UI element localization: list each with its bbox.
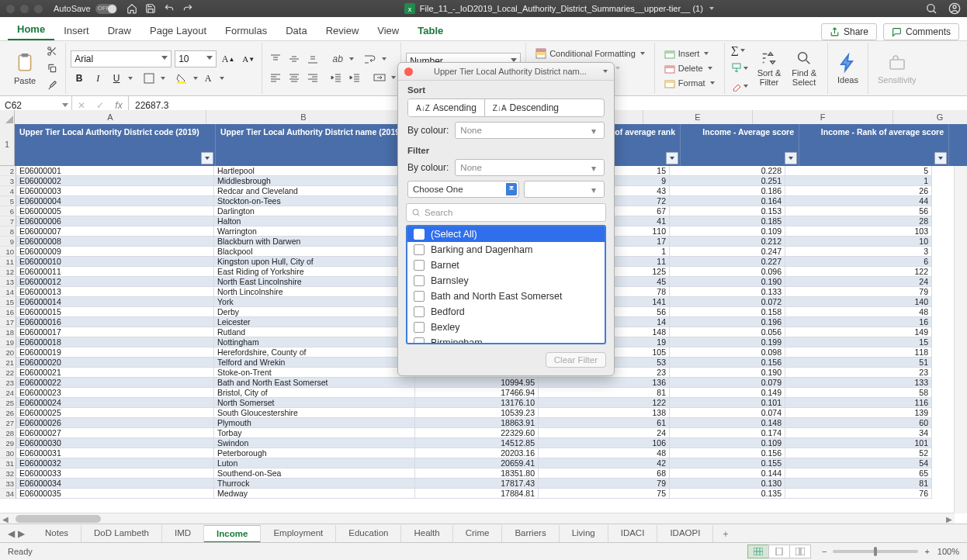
cell[interactable]: 79 (785, 287, 932, 297)
sort-ascending-button[interactable]: A↓ZAscending (408, 99, 484, 116)
cell[interactable]: Stoke-on-Trent (214, 368, 415, 378)
cell[interactable]: E06000019 (16, 347, 214, 358)
cell[interactable]: E06000033 (16, 468, 214, 479)
cut-button[interactable] (43, 43, 61, 59)
row-header[interactable]: 18 (0, 327, 16, 337)
format-painter-button[interactable] (43, 78, 61, 93)
cell[interactable]: 118 (785, 347, 932, 358)
cell[interactable]: Rutland (214, 327, 415, 337)
row-header[interactable]: 10 (0, 247, 16, 257)
row-header[interactable]: 1 (0, 124, 15, 166)
cell[interactable]: 68 (539, 468, 670, 479)
table-row[interactable]: 26E06000025South Gloucestershire10539.23… (0, 408, 967, 418)
cell[interactable]: 24 (539, 428, 670, 438)
merge-button[interactable] (371, 70, 388, 85)
row-header[interactable]: 34 (0, 489, 16, 499)
row-header[interactable]: 8 (0, 226, 16, 237)
row-header[interactable]: 28 (0, 428, 16, 438)
table-header[interactable]: Income - Rank of average score (799, 124, 949, 166)
font-name-combo[interactable]: Arial (71, 50, 172, 67)
cell[interactable]: North East Lincolnshire (214, 277, 415, 287)
checkbox-icon[interactable] (414, 322, 425, 333)
row-header[interactable]: 6 (0, 206, 16, 216)
select-all-corner[interactable] (0, 110, 15, 124)
cell[interactable]: 0.155 (670, 458, 785, 468)
row-header[interactable]: 26 (0, 408, 16, 418)
cell[interactable]: Bath and North East Somerset (214, 378, 415, 388)
cell[interactable]: 0.109 (670, 438, 785, 448)
cell[interactable]: 44 (785, 196, 932, 206)
checkbox-icon[interactable] (414, 291, 425, 302)
save-icon[interactable] (145, 3, 156, 14)
cell[interactable]: York (214, 297, 415, 307)
cell[interactable]: E06000009 (16, 247, 214, 257)
chevron-down-icon[interactable] (603, 70, 608, 73)
cell[interactable]: 0.133 (670, 287, 785, 297)
chevron-down-icon[interactable] (506, 183, 517, 195)
cell[interactable]: 0.186 (670, 186, 785, 196)
sheet-tab[interactable]: IDACI (608, 525, 658, 542)
cell[interactable]: E06000012 (16, 277, 214, 287)
cell[interactable]: Telford and Wrekin (214, 358, 415, 368)
filter-item[interactable]: (Select All) (407, 226, 605, 242)
cell[interactable]: Redcar and Cleveland (214, 186, 415, 196)
cell[interactable]: 17466.94 (415, 388, 539, 398)
undo-icon[interactable] (164, 3, 175, 14)
fill-button[interactable] (731, 60, 748, 76)
cell[interactable]: 48 (539, 448, 670, 458)
cell[interactable]: 0.156 (670, 448, 785, 458)
fx-button[interactable]: fx (109, 100, 128, 111)
cell[interactable]: E06000021 (16, 368, 214, 378)
cell[interactable]: E06000003 (16, 186, 214, 196)
align-middle-button[interactable] (286, 51, 303, 67)
filter-item[interactable]: Barnsley (407, 273, 605, 289)
insert-cells-button[interactable]: Insert (663, 47, 711, 60)
cell[interactable]: 133 (785, 378, 932, 388)
checkbox-icon[interactable] (414, 306, 425, 317)
row-header[interactable]: 9 (0, 237, 16, 247)
sheet-tab[interactable]: Barriers (502, 525, 559, 542)
cell[interactable]: North Somerset (214, 398, 415, 408)
cell[interactable]: 58 (785, 388, 932, 398)
cell[interactable]: 79 (539, 479, 670, 489)
table-header[interactable]: Upper Tier Local Authority District code… (15, 124, 216, 166)
row-header[interactable]: 32 (0, 468, 16, 479)
filter-item[interactable]: Birmingham (407, 335, 605, 344)
sheet-tab[interactable]: Employment (261, 525, 336, 542)
cell[interactable]: 0.199 (670, 337, 785, 347)
cell[interactable]: 0.109 (670, 226, 785, 237)
cell[interactable]: 76 (785, 489, 932, 499)
table-row[interactable]: 31E06000032Luton20659.41420.15554 (0, 458, 967, 468)
sort-filter-button[interactable]: Sort & Filter (753, 48, 786, 88)
sheet-nav-first[interactable]: ◀ (8, 528, 15, 539)
font-size-combo[interactable]: 10 (175, 50, 217, 67)
cell[interactable]: E06000024 (16, 398, 214, 408)
sheet-tab[interactable]: Income (204, 525, 261, 543)
cell[interactable]: 140 (785, 297, 932, 307)
cell[interactable]: 16 (785, 317, 932, 327)
view-page-layout-button[interactable] (768, 544, 790, 558)
cell[interactable]: E06000034 (16, 479, 214, 489)
cell[interactable]: Peterborough (214, 448, 415, 458)
filter-item[interactable]: Barking and Dagenham (407, 242, 605, 258)
enter-formula-button[interactable]: ✓ (91, 100, 109, 111)
cell[interactable]: E06000035 (16, 489, 214, 499)
cell[interactable]: 0.174 (670, 428, 785, 438)
cell[interactable]: E06000032 (16, 458, 214, 468)
conditional-formatting-button[interactable]: Conditional Formatting (534, 47, 646, 60)
cell[interactable]: E06000013 (16, 287, 214, 297)
close-icon[interactable] (404, 67, 413, 76)
cell[interactable]: Herefordshire, County of (214, 347, 415, 358)
search-icon[interactable] (925, 2, 938, 15)
cell[interactable]: 0.190 (670, 368, 785, 378)
cell[interactable]: 54 (785, 458, 932, 468)
cell[interactable]: 17884.81 (415, 489, 539, 499)
row-header[interactable]: 13 (0, 277, 16, 287)
table-row[interactable]: 27E06000026Plymouth18863.91610.14860 (0, 418, 967, 428)
cell[interactable]: 10994.95 (415, 378, 539, 388)
cell[interactable]: 24 (785, 277, 932, 287)
cell[interactable]: 138 (539, 408, 670, 418)
cell[interactable]: East Riding of Yorkshire (214, 267, 415, 277)
cell[interactable]: 0.148 (670, 418, 785, 428)
cell[interactable]: 122 (539, 398, 670, 408)
